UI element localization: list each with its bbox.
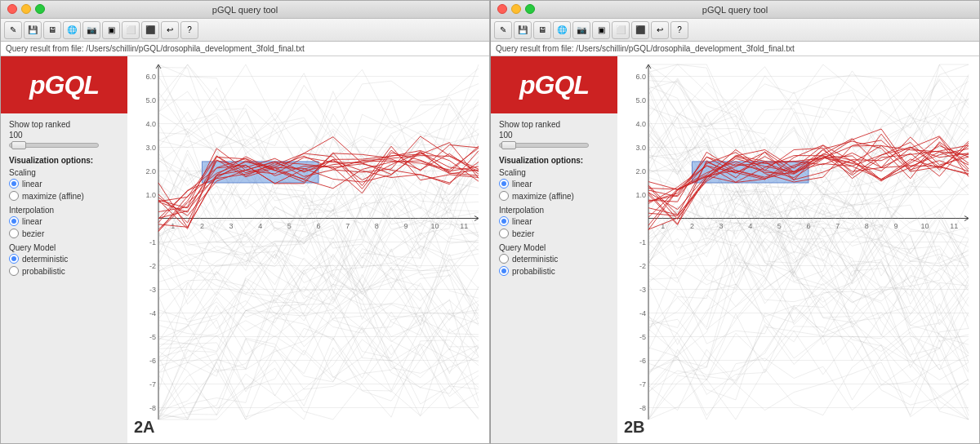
toolbar-btn-save-r[interactable]: 💾	[514, 21, 532, 39]
qm-probabilistic-right[interactable]: probabilistic	[499, 266, 609, 276]
interpolation-options-left: linear bezier	[9, 216, 119, 238]
qm-probabilistic-label-right: probabilistic	[512, 267, 555, 276]
toolbar-btn-refresh[interactable]: ↩	[161, 21, 179, 39]
interp-bezier-right[interactable]: bezier	[499, 229, 609, 238]
query-bar-left: Query result from file: /Users/schillin/…	[1, 42, 489, 56]
logo-text-left: pGQL	[29, 70, 99, 100]
toolbar-btn-pencil-r[interactable]: ✎	[494, 21, 512, 39]
scaling-options-left: linear maximize (affine)	[9, 179, 119, 201]
interp-bezier-label-left: bezier	[22, 229, 44, 238]
query-model-label-left: Query Model	[9, 243, 119, 252]
close-button[interactable]	[7, 4, 17, 14]
scaling-affine-radio-right[interactable]	[499, 191, 509, 201]
traffic-lights-left	[7, 4, 45, 14]
logo-area-right: pGQL	[491, 56, 617, 113]
toolbar-btn-screen-r[interactable]: 🖥	[533, 21, 551, 39]
interp-linear-label-left: linear	[22, 217, 42, 226]
panel-left: pGQL query tool ✎ 💾 🖥 🌐 📷 ▣ ⬜ ⬛ ↩ ? Quer…	[0, 0, 490, 444]
toolbar-btn-camera[interactable]: 📷	[82, 21, 100, 39]
query-bar-right: Query result from file: /Users/schillin/…	[491, 42, 979, 56]
qm-deterministic-radio-right[interactable]	[499, 254, 509, 264]
toolbar-btn-help-r[interactable]: ?	[670, 21, 688, 39]
interpolation-label-right: Interpolation	[499, 206, 609, 215]
scaling-affine-label-right: maximize (affine)	[512, 192, 574, 201]
main-area-left: pGQL Show top ranked 100 Visualization o…	[1, 56, 489, 443]
window-title-right: pGQL query tool	[702, 5, 768, 15]
window-title-left: pGQL query tool	[212, 5, 278, 15]
toolbar-btn-globe-r[interactable]: 🌐	[553, 21, 571, 39]
toolbar-btn-camera-r[interactable]: 📷	[572, 21, 590, 39]
slider-right[interactable]	[499, 143, 589, 148]
interp-bezier-label-right: bezier	[512, 229, 534, 238]
scaling-affine-label-left: maximize (affine)	[22, 192, 84, 201]
toolbar-btn-box2[interactable]: ⬜	[122, 21, 140, 39]
minimize-button[interactable]	[21, 4, 31, 14]
toolbar-btn-box3-r[interactable]: ⬛	[631, 21, 649, 39]
qm-deterministic-label-left: deterministic	[22, 255, 68, 264]
toolbar-btn-help[interactable]: ?	[180, 21, 198, 39]
scaling-affine-right[interactable]: maximize (affine)	[499, 191, 609, 201]
panel-label-left: 2A	[134, 418, 155, 437]
scaling-affine-left[interactable]: maximize (affine)	[9, 191, 119, 201]
interp-bezier-radio-left[interactable]	[9, 229, 19, 238]
qm-probabilistic-radio-left[interactable]	[9, 266, 19, 276]
maximize-button[interactable]	[35, 4, 45, 14]
logo-area-left: pGQL	[1, 56, 127, 113]
interp-linear-left[interactable]: linear	[9, 216, 119, 226]
scaling-linear-left[interactable]: linear	[9, 179, 119, 189]
sidebar-controls-left: Show top ranked 100 Visualization option…	[1, 113, 127, 443]
sidebar-controls-right: Show top ranked 100 Visualization option…	[491, 113, 617, 443]
maximize-button-right[interactable]	[525, 4, 535, 14]
slider-thumb-right[interactable]	[501, 141, 516, 149]
qm-deterministic-right[interactable]: deterministic	[499, 254, 609, 264]
interp-bezier-radio-right[interactable]	[499, 229, 509, 238]
show-top-ranked-label-left: Show top ranked	[9, 120, 119, 129]
close-button-right[interactable]	[497, 4, 507, 14]
scaling-linear-right[interactable]: linear	[499, 179, 609, 189]
qm-probabilistic-radio-right[interactable]	[499, 266, 509, 276]
toolbar-btn-box2-r[interactable]: ⬜	[612, 21, 630, 39]
query-model-options-left: deterministic probabilistic	[9, 254, 119, 276]
slider-thumb-left[interactable]	[11, 141, 26, 149]
titlebar-right: pGQL query tool	[491, 1, 979, 19]
logo-text-right: pGQL	[519, 70, 589, 100]
qm-deterministic-radio-left[interactable]	[9, 254, 19, 264]
interp-bezier-left[interactable]: bezier	[9, 229, 119, 238]
scaling-label-right: Scaling	[499, 168, 609, 177]
toolbar-btn-save[interactable]: 💾	[24, 21, 42, 39]
interp-linear-radio-right[interactable]	[499, 216, 509, 226]
toolbar-btn-box1[interactable]: ▣	[102, 21, 120, 39]
viz-options-label-left: Visualization options:	[9, 156, 119, 165]
toolbar-btn-screen[interactable]: 🖥	[43, 21, 61, 39]
titlebar-left: pGQL query tool	[1, 1, 489, 19]
toolbar-right: ✎ 💾 🖥 🌐 📷 ▣ ⬜ ⬛ ↩ ?	[491, 19, 979, 42]
interp-linear-right[interactable]: linear	[499, 216, 609, 226]
main-area-right: pGQL Show top ranked 100 Visualization o…	[491, 56, 979, 443]
show-top-ranked-label-right: Show top ranked	[499, 120, 609, 129]
toolbar-btn-pencil[interactable]: ✎	[4, 21, 22, 39]
toolbar-btn-box1-r[interactable]: ▣	[592, 21, 610, 39]
query-text-left: Query result from file: /Users/schillin/…	[6, 44, 305, 53]
qm-probabilistic-left[interactable]: probabilistic	[9, 266, 119, 276]
scaling-linear-label-right: linear	[512, 180, 532, 189]
query-model-label-right: Query Model	[499, 243, 609, 252]
chart-area-right: 2B	[617, 56, 979, 443]
toolbar-btn-box3[interactable]: ⬛	[141, 21, 159, 39]
show-top-ranked-value-left: 100	[9, 131, 119, 140]
scaling-affine-radio-left[interactable]	[9, 191, 19, 201]
minimize-button-right[interactable]	[511, 4, 521, 14]
interp-linear-radio-left[interactable]	[9, 216, 19, 226]
panel-right: pGQL query tool ✎ 💾 🖥 🌐 📷 ▣ ⬜ ⬛ ↩ ? Quer…	[490, 0, 980, 444]
interpolation-options-right: linear bezier	[499, 216, 609, 238]
traffic-lights-right	[497, 4, 535, 14]
toolbar-btn-globe[interactable]: 🌐	[63, 21, 81, 39]
panel-label-right: 2B	[624, 418, 645, 437]
qm-deterministic-left[interactable]: deterministic	[9, 254, 119, 264]
toolbar-left: ✎ 💾 🖥 🌐 📷 ▣ ⬜ ⬛ ↩ ?	[1, 19, 489, 42]
scaling-linear-radio-right[interactable]	[499, 179, 509, 189]
scaling-linear-radio-left[interactable]	[9, 179, 19, 189]
toolbar-btn-refresh-r[interactable]: ↩	[651, 21, 669, 39]
slider-left[interactable]	[9, 143, 99, 148]
scaling-linear-label-left: linear	[22, 180, 42, 189]
show-top-ranked-value-right: 100	[499, 131, 609, 140]
